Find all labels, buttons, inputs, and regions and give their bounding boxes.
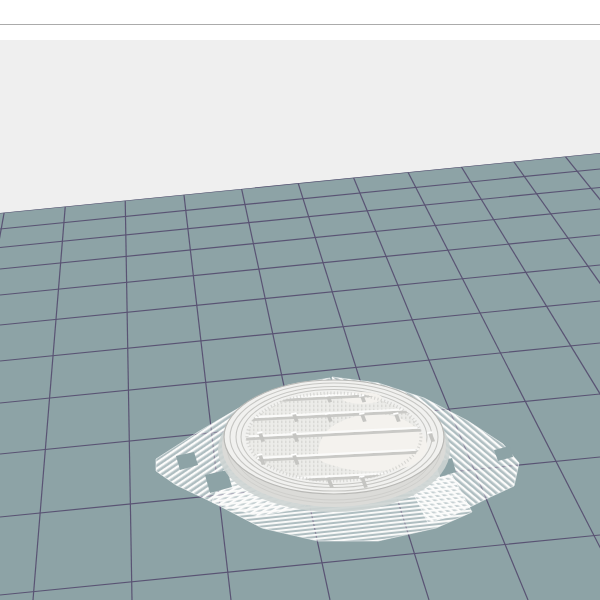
3d-viewport[interactable] bbox=[0, 0, 600, 600]
application-window bbox=[0, 0, 600, 600]
